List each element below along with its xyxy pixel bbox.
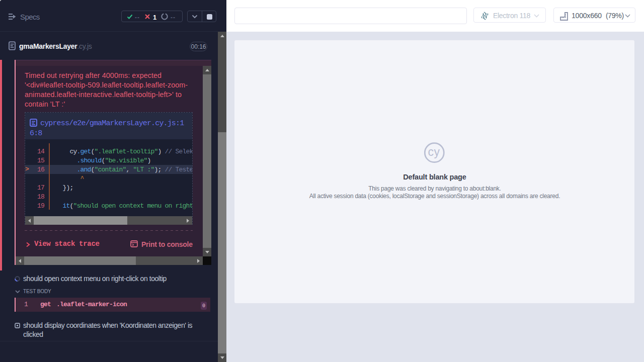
svg-text:c: c (428, 145, 434, 158)
svg-text:y: y (434, 145, 440, 158)
